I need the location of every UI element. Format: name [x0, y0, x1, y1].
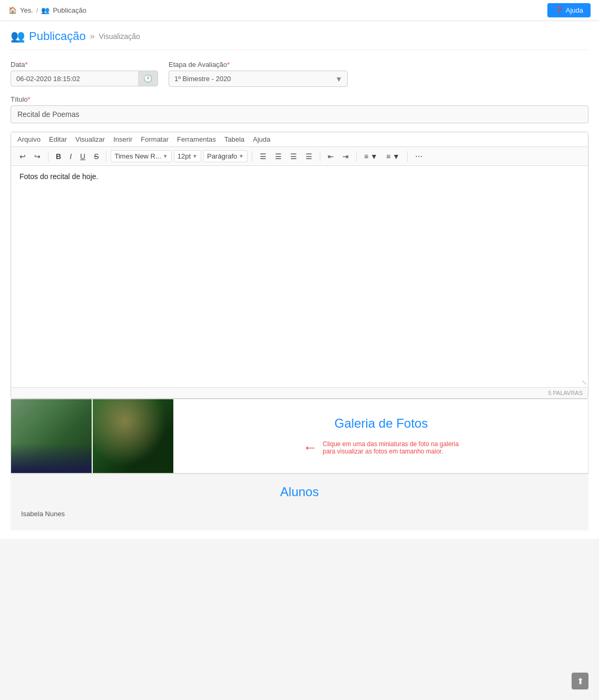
alunos-title: Alunos [21, 485, 578, 499]
bold-button[interactable]: B [53, 151, 64, 162]
font-size-select[interactable]: 12pt ▼ [174, 150, 201, 162]
align-justify-button[interactable]: ☰ [302, 151, 316, 162]
align-right-button[interactable]: ☰ [287, 151, 300, 162]
font-name-select[interactable]: Times New R... ▼ [111, 150, 171, 162]
editor-footer: 5 PALAVRAS [11, 387, 588, 398]
menu-ajuda[interactable]: Ajuda [253, 135, 270, 143]
toolbar-sep-2 [106, 151, 106, 162]
etapa-label: Etapa de Avaliação* [169, 61, 348, 68]
editor-toolbar: ↩ ↪ B I U S Times New R... ▼ 12pt ▼ Pará… [11, 147, 588, 166]
editor-menu-bar: Arquivo Editar Visualizar Inserir Format… [11, 132, 588, 147]
menu-tabela[interactable]: Tabela [224, 135, 244, 143]
menu-ferramentas[interactable]: Ferramentas [177, 135, 216, 143]
gallery-section: Galeria de Fotos ← Clique em uma das min… [11, 399, 588, 474]
breadcrumb-sub: Visualização [99, 32, 140, 41]
toolbar-sep-3 [252, 151, 252, 162]
gallery-hint-text: Clique em uma das miniaturas de foto na … [323, 440, 460, 455]
menu-inserir[interactable]: Inserir [113, 135, 132, 143]
paragraph-chevron-icon: ▼ [239, 153, 244, 159]
breadcrumb-separator: » [90, 32, 95, 41]
align-left-button[interactable]: ☰ [257, 151, 270, 162]
titulo-label: Título* [11, 95, 588, 103]
font-name-label: Times New R... [114, 152, 161, 160]
nav-page-label[interactable]: Publicação [53, 6, 86, 14]
home-icon: 🏠 [8, 6, 17, 14]
strikethrough-button[interactable]: S [91, 151, 102, 162]
top-navigation: 🏠 Yes. / 👥 Publicação ❓ Ajuda [0, 0, 599, 21]
help-button[interactable]: ❓ Ajuda [547, 3, 591, 17]
font-name-chevron-icon: ▼ [163, 153, 168, 159]
gallery-hint: ← Clique em uma das miniaturas de foto n… [303, 439, 460, 456]
data-label: Data* [11, 61, 158, 68]
toolbar-sep-6 [407, 151, 408, 162]
unordered-list-button[interactable]: ≡ ▼ [383, 151, 403, 162]
indent-decrease-button[interactable]: ⇤ [325, 151, 337, 162]
date-input[interactable] [11, 72, 138, 86]
nav-home-label[interactable]: Yes. [20, 6, 33, 14]
arrow-left-icon: ← [303, 439, 318, 456]
etapa-select[interactable]: 1º Bimestre - 2020 [169, 71, 348, 87]
gallery-thumbnails [11, 399, 174, 473]
align-center-button[interactable]: ☰ [272, 151, 285, 162]
menu-visualizar[interactable]: Visualizar [75, 135, 105, 143]
word-count: 5 PALAVRAS [548, 390, 583, 396]
ordered-list-button[interactable]: ≡ ▼ [361, 151, 381, 162]
page-icon: 👥 [11, 29, 25, 43]
paragraph-label: Parágrafo [207, 152, 237, 160]
nav-separator: / [36, 6, 38, 14]
form-top-row: Data* 🕐 Etapa de Avaliação* 1º Bimestre … [11, 61, 588, 87]
rich-text-editor: Arquivo Editar Visualizar Inserir Format… [11, 132, 588, 399]
menu-formatar[interactable]: Formatar [141, 135, 169, 143]
gallery-thumb-2[interactable] [93, 399, 174, 473]
gallery-info: Galeria de Fotos ← Clique em uma das min… [174, 406, 588, 467]
aluno-item: Isabela Nunes [21, 508, 578, 520]
titulo-input[interactable] [11, 105, 588, 123]
undo-button[interactable]: ↩ [16, 151, 29, 162]
help-label: Ajuda [566, 6, 583, 14]
data-field-group: Data* 🕐 [11, 61, 158, 86]
editor-body[interactable]: Fotos do recital de hoje. ⤡ [11, 166, 588, 387]
help-icon: ❓ [555, 6, 563, 14]
gallery-title: Galeria de Fotos [335, 416, 428, 431]
titulo-field-group: Título* [11, 95, 588, 123]
page-title: Publicação [29, 29, 86, 43]
breadcrumb: 🏠 Yes. / 👥 Publicação [8, 6, 86, 14]
paragraph-select[interactable]: Parágrafo ▼ [203, 150, 248, 162]
toolbar-sep-5 [356, 151, 357, 162]
font-size-chevron-icon: ▼ [192, 153, 198, 159]
etapa-field-group: Etapa de Avaliação* 1º Bimestre - 2020 ▼ [169, 61, 348, 87]
alunos-list: Isabela Nunes [21, 508, 578, 520]
toolbar-sep-1 [48, 151, 48, 162]
indent-increase-button[interactable]: ⇥ [339, 151, 352, 162]
date-input-wrapper: 🕐 [11, 71, 158, 86]
resize-handle-icon[interactable]: ⤡ [582, 379, 587, 386]
underline-button[interactable]: U [77, 151, 89, 162]
nav-page-icon: 👥 [41, 6, 50, 14]
etapa-select-wrapper: 1º Bimestre - 2020 ▼ [169, 71, 348, 87]
gallery-thumb-1[interactable] [11, 399, 93, 473]
font-size-label: 12pt [178, 152, 191, 160]
italic-button[interactable]: I [66, 151, 75, 162]
page-header: 👥 Publicação » Visualização [11, 29, 588, 50]
editor-content: Fotos do recital de hoje. [19, 172, 580, 181]
menu-arquivo[interactable]: Arquivo [17, 135, 41, 143]
more-options-button[interactable]: ⋯ [412, 151, 426, 162]
gallery-inner: Galeria de Fotos ← Clique em uma das min… [11, 399, 588, 473]
clock-button[interactable]: 🕐 [138, 71, 158, 86]
redo-button[interactable]: ↪ [31, 151, 44, 162]
toolbar-sep-4 [320, 151, 320, 162]
menu-editar[interactable]: Editar [49, 135, 67, 143]
page-content: 👥 Publicação » Visualização Data* 🕐 Etap… [0, 21, 599, 539]
alunos-section: Alunos Isabela Nunes [11, 474, 588, 530]
